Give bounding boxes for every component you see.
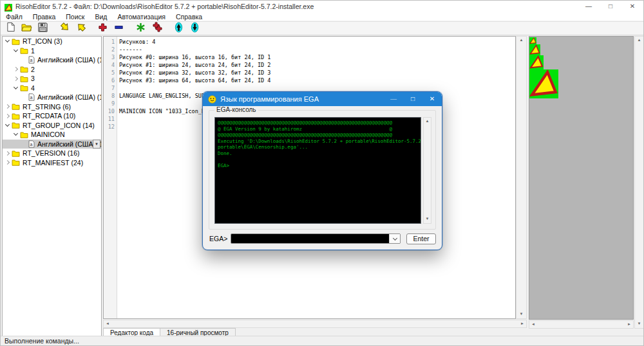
tree-item-0[interactable]: RT_ICON (3) bbox=[3, 37, 101, 46]
chevron-right-icon[interactable] bbox=[5, 114, 10, 118]
scroll-left-icon[interactable]: ◄ bbox=[104, 320, 111, 327]
asterisk-button[interactable] bbox=[133, 22, 149, 35]
chevron-right-icon[interactable] bbox=[14, 77, 18, 81]
tree-item-13[interactable]: RT_MANIFEST (24) bbox=[3, 158, 101, 168]
editor-line: 5Рисунок #2: ширина 32, высота 32, бит 2… bbox=[104, 69, 515, 77]
line-text bbox=[115, 116, 119, 122]
tree-item-label: RT_VERSION (16) bbox=[23, 149, 80, 157]
preview-horizontal-scrollbar[interactable]: ◄ ► bbox=[529, 320, 634, 329]
tree-item-10[interactable]: MAINICON bbox=[3, 130, 101, 140]
toolbar-separator bbox=[127, 22, 133, 35]
chevron-down-icon[interactable] bbox=[5, 122, 10, 127]
tree-item-6[interactable]: aАнглийский (США) (1033) bbox=[3, 93, 101, 102]
editor-line: 4Рисунок #1: ширина 24, высота 24, бит 2… bbox=[104, 61, 515, 69]
scroll-down-icon[interactable]: ▼ bbox=[635, 320, 643, 328]
icon-preview-24x24 bbox=[529, 44, 558, 55]
editor-line: 3Рисунок #0: ширина 16, высота 16, бит 2… bbox=[104, 53, 515, 61]
menu-item-4[interactable]: Автоматизация bbox=[112, 12, 171, 21]
asterisk-icon bbox=[136, 23, 146, 35]
app-logo-icon bbox=[5, 3, 12, 10]
resource-tree[interactable]: RT_ICON (3)1aАнглийский (США) (1033)234a… bbox=[2, 36, 102, 337]
arrow-down-right-button[interactable] bbox=[57, 22, 73, 35]
line-number: 3 bbox=[104, 53, 115, 61]
dialog-maximize-button[interactable]: □ bbox=[403, 92, 422, 106]
tree-item-label: RT_RCDATA (10) bbox=[23, 112, 75, 120]
menu-item-0[interactable]: Файл bbox=[1, 12, 28, 21]
save-button[interactable] bbox=[35, 22, 51, 35]
dialog-minimize-button[interactable]: — bbox=[384, 92, 403, 106]
double-plus-button[interactable] bbox=[149, 22, 165, 35]
tree-item-9[interactable]: RT_GROUP_ICON (14) bbox=[3, 121, 101, 131]
menu-item-3[interactable]: Вид bbox=[90, 12, 112, 21]
scroll-down-icon[interactable]: ▼ bbox=[516, 311, 526, 318]
toolbar bbox=[1, 21, 643, 35]
tree-item-12[interactable]: RT_VERSION (16) bbox=[3, 149, 101, 158]
console-scrollbar[interactable]: ▲ ▼ bbox=[423, 117, 431, 224]
editor-vertical-scrollbar[interactable]: ▲ ▼ bbox=[516, 36, 527, 319]
folder-icon bbox=[20, 66, 28, 73]
chevron-right-icon[interactable] bbox=[14, 67, 18, 71]
enter-button[interactable]: Enter bbox=[406, 233, 436, 244]
tree-item-3[interactable]: 2 bbox=[3, 65, 101, 75]
folder-icon bbox=[20, 47, 28, 54]
plus-button[interactable] bbox=[95, 22, 111, 35]
ega-command-combobox[interactable] bbox=[231, 233, 401, 244]
tree-item-4[interactable]: 3 bbox=[3, 74, 101, 84]
tree-item-5[interactable]: 4 bbox=[3, 84, 101, 93]
folder-icon bbox=[20, 84, 28, 91]
minus-icon bbox=[114, 23, 124, 35]
tree-item-11[interactable]: aАнглийский (США) (1033)▼ bbox=[3, 140, 101, 149]
scroll-up-icon[interactable]: ▲ bbox=[424, 118, 431, 125]
tree-item-label: MAINICON bbox=[31, 131, 65, 138]
new-file-button[interactable] bbox=[3, 22, 19, 35]
chevron-down-icon[interactable] bbox=[5, 38, 10, 42]
dialog-close-button[interactable]: ✕ bbox=[422, 92, 442, 106]
line-text: ------- bbox=[115, 46, 142, 53]
line-text: Рисунок #2: ширина 32, высота 32, бит 24… bbox=[115, 69, 270, 76]
icon-preview-64x64 bbox=[529, 69, 558, 98]
scroll-up-icon[interactable]: ▲ bbox=[516, 37, 526, 44]
tree-item-2[interactable]: aАнглийский (США) (1033) bbox=[3, 55, 101, 65]
scroll-left-icon[interactable]: ◄ bbox=[529, 321, 537, 328]
menu-item-1[interactable]: Правка bbox=[28, 12, 61, 21]
line-text bbox=[115, 100, 119, 107]
minimize-button[interactable]: — bbox=[578, 1, 600, 12]
minus-button[interactable] bbox=[111, 22, 127, 35]
scroll-up-icon[interactable]: ▲ bbox=[635, 37, 643, 44]
open-folder-button[interactable] bbox=[19, 22, 35, 35]
chevron-right-icon[interactable] bbox=[5, 160, 10, 165]
scroll-right-icon[interactable]: ► bbox=[625, 321, 633, 328]
editor-line: 2------- bbox=[104, 46, 515, 53]
folder-icon bbox=[12, 159, 20, 166]
menu-item-2[interactable]: Поиск bbox=[61, 12, 90, 21]
tree-item-1[interactable]: 1 bbox=[3, 46, 101, 56]
tree-item-label: 2 bbox=[31, 66, 35, 73]
arrow-up-left-button[interactable] bbox=[73, 22, 89, 35]
chevron-down-icon[interactable] bbox=[14, 48, 18, 52]
arrow-up-left-icon bbox=[76, 22, 86, 35]
preview-vertical-scrollbar[interactable]: ▲ ▼ bbox=[634, 36, 644, 329]
chevron-down-icon[interactable] bbox=[14, 131, 18, 136]
arrow-up-oval-button[interactable] bbox=[171, 22, 187, 35]
maximize-button[interactable]: □ bbox=[600, 1, 621, 12]
editor-horizontal-scrollbar[interactable]: ◄ ► bbox=[103, 320, 527, 328]
chevron-right-icon[interactable] bbox=[5, 151, 10, 156]
line-number: 1 bbox=[104, 38, 115, 46]
chevron-right-icon[interactable] bbox=[5, 104, 10, 109]
line-text: Рисунок #0: ширина 16, высота 16, бит 24… bbox=[115, 54, 270, 60]
chevron-down-icon[interactable] bbox=[389, 234, 400, 243]
scroll-right-icon[interactable]: ► bbox=[518, 320, 526, 327]
svg-text:a: a bbox=[30, 95, 33, 100]
icon-preview-32x32 bbox=[529, 55, 558, 69]
tree-item-8[interactable]: RT_RCDATA (10) bbox=[3, 111, 101, 121]
chevron-down-icon[interactable] bbox=[14, 85, 18, 89]
window-title: RisohEditor 5.7.2 - Файл: D:\Downloads\R… bbox=[15, 3, 314, 10]
tree-dropdown-button[interactable]: ▼ bbox=[93, 140, 100, 149]
line-number: 9 bbox=[104, 100, 115, 107]
arrow-down-oval-button[interactable] bbox=[187, 22, 203, 35]
close-button[interactable]: ✕ bbox=[621, 1, 643, 12]
scroll-down-icon[interactable]: ▼ bbox=[424, 215, 431, 223]
menu-item-5[interactable]: Справка bbox=[171, 12, 207, 21]
dialog-titlebar[interactable]: Язык программирования EGA — □ ✕ bbox=[203, 92, 442, 106]
tree-item-7[interactable]: RT_STRING (6) bbox=[3, 102, 101, 112]
